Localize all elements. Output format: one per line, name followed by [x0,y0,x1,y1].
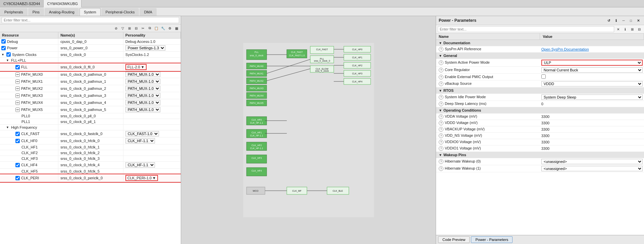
personality-dropdown-arrow[interactable]: ▼ [152,176,156,180]
tab-analog-routing[interactable]: Analog-Routing [45,8,79,16]
resource-checkbox[interactable] [15,86,20,91]
tab-peripheral-clocks[interactable]: Peripheral-Clocks [101,8,139,16]
expand-icon[interactable]: ▼ [6,126,9,129]
section-toggle-icon[interactable]: ▼ [439,41,442,45]
param-section-label[interactable]: ▼RTOS [436,87,644,94]
power-params-btn[interactable]: Power - Parameters [471,236,513,243]
toolbar-btn-paste[interactable]: 📋 [153,25,159,31]
toolbar-btn-grid[interactable]: ▦ [173,25,179,31]
svg-text:CLK_HF-1.1: CLK_HF-1.1 [250,122,263,124]
resource-checkbox[interactable] [15,132,20,136]
personality-select[interactable]: PATH_MUX-1.0 [125,100,160,105]
param-value-link[interactable]: Open SysPm Documentation [541,47,589,51]
toolbar-btn-copy[interactable]: ⧉ [147,25,153,31]
param-value-select[interactable]: <unassigned> [541,159,643,164]
params-filter-info-btn[interactable]: ℹ [622,26,628,32]
section-toggle-icon[interactable]: ▼ [439,109,442,112]
toolbar-btn-filter[interactable]: ▽ [120,25,126,31]
help-icon[interactable]: ? [439,68,443,72]
toolbar-btn-settings[interactable]: ⚙ [167,25,173,31]
toolbar-btn-collapse[interactable]: ⊟ [133,25,139,31]
personality-text: FLL-2.0 [127,65,140,69]
params-expand-btn[interactable]: ⊞ [629,26,635,32]
help-icon[interactable]: ? [439,81,443,86]
param-section-label[interactable]: ▼Documentation [436,40,644,46]
code-preview-btn[interactable]: Code Preview [438,236,470,243]
resource-checkbox[interactable] [15,65,20,69]
param-value-select[interactable]: System Deep SleepCPU SleepActive [541,95,643,100]
param-value-select[interactable]: <unassigned> [541,166,643,171]
personality-cell [123,58,180,63]
personality-select[interactable]: PATH_MUX-1.0 [125,79,160,84]
toolbar-btn-1[interactable]: ⊘ [113,25,119,31]
params-collapse-btn[interactable]: ⊟ [636,26,642,32]
param-name-cell: ?VBACKUP Voltage (mV) [436,126,540,133]
help-icon[interactable]: ? [439,102,443,106]
resource-name-cell: CLK_HF1 [11,145,56,149]
toolbar-btn-expand[interactable]: ⊞ [126,25,132,31]
param-value-select[interactable]: Normal Current BuckLow Current LDONormal… [541,67,643,73]
params-maximize-btn[interactable]: □ [628,17,634,23]
tab-pins[interactable]: Pins [28,8,44,16]
help-icon[interactable]: ? [439,166,443,171]
help-icon[interactable]: ? [439,60,443,65]
params-filter-clear-btn[interactable]: ✕ [615,26,621,32]
personality-select[interactable]: PATH_MUX-1.0 [125,107,160,112]
expand-icon[interactable]: ▼ [6,59,9,62]
resource-checkbox[interactable] [6,52,11,57]
help-icon[interactable]: ? [439,140,443,144]
resource-checkbox[interactable] [15,72,20,77]
param-section-label[interactable]: ▼General [436,53,644,59]
help-icon[interactable]: ? [439,159,443,164]
section-toggle-icon[interactable]: ▼ [439,153,442,157]
personality-select[interactable]: CLK_HF-1.1 [125,162,155,168]
tab-system[interactable]: System [79,8,101,16]
tab-peripherals[interactable]: Peripherals [0,8,28,16]
personality-select[interactable]: PATH_MUX-1.0 [125,72,160,77]
resource-checkbox[interactable] [15,139,20,143]
resource-checkbox[interactable] [15,163,20,167]
params-minimize-btn[interactable]: ─ [621,17,627,23]
params-info-btn[interactable]: ℹ [613,17,619,23]
param-value-select[interactable]: VDDDVBACKUP [541,81,643,86]
expand-icon[interactable]: ▼ [1,53,4,56]
resource-names-cell: srss_0_clock_0_fll_0 [58,63,123,71]
help-icon[interactable]: ? [439,127,443,132]
tab-device-2[interactable]: CYW4343WKUBG [44,0,82,7]
help-icon[interactable]: ? [439,47,443,52]
help-icon[interactable]: ? [439,146,443,151]
tab-device-1[interactable]: CY8C624ABZI-S2D44 [0,0,44,7]
param-section-label[interactable]: ▼Operating Conditions [436,107,644,114]
help-icon[interactable]: ? [439,121,443,125]
section-toggle-icon[interactable]: ▼ [439,54,442,58]
section-toggle-icon[interactable]: ▼ [439,89,442,93]
right-filter-input[interactable] [438,26,614,32]
resource-checkbox[interactable] [15,101,20,105]
personality-select[interactable]: Power Settings-1.3 [125,45,165,51]
personality-select[interactable]: CLK_HF-1.1 [125,138,155,143]
param-value-select-highlighted[interactable]: ULPLPHP [541,60,643,66]
help-icon[interactable]: ? [439,133,443,138]
personality-dropdown-arrow[interactable]: ▼ [141,65,145,69]
personality-select[interactable]: PATH_MUX-1.0 [125,93,160,98]
personality-select[interactable]: PATH_MUX-1.0 [125,86,160,91]
param-section-label[interactable]: ▼Wakeup Pins [436,152,644,158]
help-icon[interactable]: ? [439,114,443,119]
param-value-checkbox[interactable] [541,74,546,79]
resource-checkbox[interactable] [15,79,20,84]
help-icon[interactable]: ? [439,95,443,100]
resource-checkbox[interactable] [15,108,20,112]
resource-checkbox[interactable] [1,46,6,50]
help-icon[interactable]: ? [439,75,443,79]
toolbar-btn-cut[interactable]: ✂ [140,25,146,31]
left-filter-input[interactable] [2,17,179,23]
resource-checkbox[interactable] [1,39,6,44]
personality-select[interactable]: CLK_FAST-1.0 [125,131,159,136]
toolbar-btn-wrench[interactable]: 🔧 [160,25,166,31]
params-restore-btn[interactable]: ↺ [606,17,612,23]
tab-dma[interactable]: DMA [140,8,156,16]
resource-checkbox[interactable] [15,94,20,98]
svg-text:PATH_MUX2: PATH_MUX2 [250,80,263,82]
params-close-btn[interactable]: ✕ [635,17,641,23]
resource-checkbox[interactable] [15,176,20,180]
